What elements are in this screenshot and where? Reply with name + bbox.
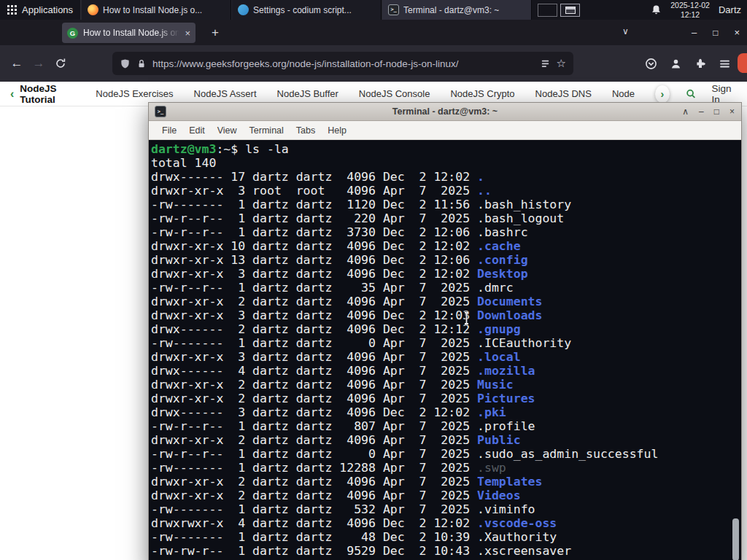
applications-menu[interactable]: Applications	[0, 0, 81, 20]
listing-columns: -rw-r--r-- 1 dartz dartz 0 Apr 7 2025	[151, 447, 477, 461]
nav-item-tutorial[interactable]: ‹ NodeJS Tutorial	[10, 83, 75, 105]
nav-item-6[interactable]: NodeJS DNS	[535, 88, 592, 99]
account-icon[interactable]	[670, 58, 682, 70]
minimize-button[interactable]: –	[699, 106, 704, 117]
chevron-left-icon[interactable]: ‹	[10, 88, 14, 101]
entry-name: Videos	[477, 489, 521, 502]
chevron-right-icon[interactable]: ›	[655, 85, 670, 103]
url-text[interactable]: https://www.geeksforgeeks.org/node-js/in…	[152, 58, 534, 69]
taskbar-button-firefox[interactable]: How to Install Node.js o...	[81, 0, 231, 20]
forward-button[interactable]: →	[28, 52, 50, 74]
listing-columns: drwxr-xr-x 2 dartz dartz 4096 Apr 7 2025	[151, 295, 477, 308]
sign-in-button[interactable]: Sign In	[712, 83, 737, 105]
reader-view-icon[interactable]	[540, 58, 551, 69]
shade-button[interactable]: ∧	[682, 106, 689, 117]
taskbar-button-codium[interactable]: Settings - codium script...	[231, 0, 382, 20]
terminal-line: drwxr-xr-x 3 dartz dartz 4096 Apr 7 2025…	[151, 350, 741, 364]
nav-item-1[interactable]: NodeJS Exercises	[96, 88, 173, 99]
address-bar[interactable]: https://www.geeksforgeeks.org/node-js/in…	[112, 52, 573, 75]
terminal-line: drwxr-xr-x 3 dartz dartz 4096 Dec 2 12:0…	[151, 267, 741, 281]
maximize-button[interactable]: □	[713, 28, 718, 38]
terminal-scrollbar-thumb[interactable]	[732, 518, 739, 560]
browser-tab[interactable]: G How to Install Node.js on ×	[62, 23, 196, 43]
nav-item-4[interactable]: NodeJS Console	[359, 88, 430, 99]
nav-item-5[interactable]: NodeJS Crypto	[450, 88, 514, 99]
terminal-line: drwxr-xr-x 2 dartz dartz 4096 Apr 7 2025…	[151, 392, 741, 405]
terminal-line: drwx------ 3 dartz dartz 4096 Dec 2 12:0…	[151, 405, 741, 419]
menu-help[interactable]: Help	[328, 125, 347, 136]
codium-icon	[238, 4, 249, 15]
terminal-line: dartz@vm3:~$ ls -la	[151, 142, 741, 156]
tab-close-icon[interactable]: ×	[185, 28, 190, 39]
listing-columns: -rw------- 1 dartz dartz 0 Apr 7 2025	[151, 336, 477, 350]
gfg-nav-items: NodeJS ExercisesNodeJS AssertNodeJS Buff…	[96, 88, 635, 99]
nav-item-2[interactable]: NodeJS Assert	[194, 88, 257, 99]
close-button[interactable]: ×	[729, 106, 735, 117]
taskbar-button-terminal[interactable]: >_Terminal - dartz@vm3: ~	[382, 0, 532, 20]
listing-columns: -rw------- 1 dartz dartz 1120 Dec 2 11:5…	[151, 198, 477, 211]
listing-columns: drwxr-xr-x 10 dartz dartz 4096 Dec 2 12:…	[151, 239, 477, 253]
terminal-line: -rw------- 1 dartz dartz 532 Apr 7 2025 …	[151, 502, 741, 516]
terminal-line: drwxr-xr-x 2 dartz dartz 4096 Apr 7 2025…	[151, 489, 741, 502]
entry-name: .bash_history	[477, 198, 571, 211]
tracking-protection-shield-icon[interactable]	[120, 58, 131, 69]
total-line: total 140	[151, 156, 216, 170]
menu-view[interactable]: View	[217, 125, 237, 136]
entry-name: .swp	[477, 461, 506, 475]
entry-name: .	[477, 170, 484, 184]
taskbar-window-title: Terminal - dartz@vm3: ~	[403, 5, 499, 15]
entry-name: .profile	[477, 419, 535, 433]
terminal-line: -rw------- 1 dartz dartz 12288 Apr 7 202…	[151, 461, 741, 475]
menu-tabs[interactable]: Tabs	[296, 125, 315, 136]
list-all-tabs-icon[interactable]: ∨	[622, 26, 629, 36]
applications-grid-icon	[7, 5, 17, 15]
terminal-line: drwx------ 17 dartz dartz 4096 Dec 2 12:…	[151, 170, 741, 184]
listing-columns: drwx------ 4 dartz dartz 4096 Apr 7 2025	[151, 364, 477, 378]
entry-name: .mozilla	[477, 364, 535, 378]
listing-columns: -rw-r--r-- 1 dartz dartz 220 Apr 7 2025	[151, 211, 477, 225]
menu-terminal[interactable]: Terminal	[249, 125, 284, 136]
lock-icon[interactable]	[136, 58, 147, 69]
gfg-nav-right: › Sign In	[655, 83, 737, 105]
menu-file[interactable]: File	[162, 125, 177, 136]
terminal-titlebar[interactable]: >_ Terminal - dartz@vm3: ~ ∧ – □ ×	[149, 103, 741, 121]
terminal-line: -rw------- 1 dartz dartz 48 Dec 2 10:39 …	[151, 530, 741, 544]
nav-item-7[interactable]: Node	[612, 88, 635, 99]
listing-columns: drwx------ 2 dartz dartz 4096 Dec 2 12:1…	[151, 322, 477, 336]
menu-edit[interactable]: Edit	[189, 125, 205, 136]
workspace-switcher[interactable]	[538, 0, 580, 20]
search-icon[interactable]	[686, 88, 696, 100]
bookmark-star-icon[interactable]: ☆	[557, 57, 566, 70]
right-edge-indicator[interactable]	[738, 53, 747, 73]
new-tab-button[interactable]: +	[206, 25, 224, 41]
clock[interactable]: 2025-12-02 12:12	[670, 1, 710, 18]
terminal-line: drwxrwxr-x 4 dartz dartz 4096 Dec 2 12:0…	[151, 516, 741, 530]
navigation-toolbar: ← → https://www.geeksforgeeks.org/node-j…	[0, 45, 747, 82]
close-button[interactable]: ×	[734, 27, 740, 38]
terminal-line: drwxr-xr-x 2 dartz dartz 4096 Apr 7 2025…	[151, 433, 741, 447]
back-button[interactable]: ←	[6, 52, 28, 74]
listing-columns: drwxr-xr-x 2 dartz dartz 4096 Apr 7 2025	[151, 475, 477, 489]
entry-name: .xscreensaver	[477, 544, 571, 558]
pocket-icon[interactable]	[645, 58, 657, 70]
listing-columns: -rw-r--r-- 1 dartz dartz 35 Apr 7 2025	[151, 281, 477, 295]
workspace-2[interactable]	[560, 4, 580, 17]
extensions-puzzle-icon[interactable]	[694, 58, 706, 69]
nav-item-3[interactable]: NodeJS Buffer	[277, 88, 338, 99]
terminal-window-controls: ∧ – □ ×	[682, 103, 735, 120]
terminal-window: >_ Terminal - dartz@vm3: ~ ∧ – □ × FileE…	[148, 102, 742, 560]
maximize-button[interactable]: □	[714, 106, 719, 117]
terminal-output[interactable]: dartz@vm3:~$ ls -latotal 140drwx------ 1…	[149, 141, 741, 560]
notification-bell-icon[interactable]	[651, 4, 662, 15]
top-panel: Applications How to Install Node.js o...…	[0, 0, 747, 20]
terminal-line: drwxr-xr-x 2 dartz dartz 4096 Apr 7 2025…	[151, 378, 741, 392]
listing-columns: -rw------- 1 dartz dartz 48 Dec 2 10:39	[151, 530, 477, 544]
terminal-line: -rw------- 1 dartz dartz 1120 Dec 2 11:5…	[151, 198, 741, 211]
entry-name: Desktop	[477, 267, 528, 281]
minimize-button[interactable]: –	[692, 27, 697, 38]
reload-button[interactable]	[50, 52, 71, 74]
user-menu[interactable]: Dartz	[719, 4, 741, 15]
entry-name: .gnupg	[477, 322, 521, 336]
workspace-1[interactable]	[538, 4, 557, 17]
menu-hamburger-icon[interactable]	[719, 58, 731, 70]
